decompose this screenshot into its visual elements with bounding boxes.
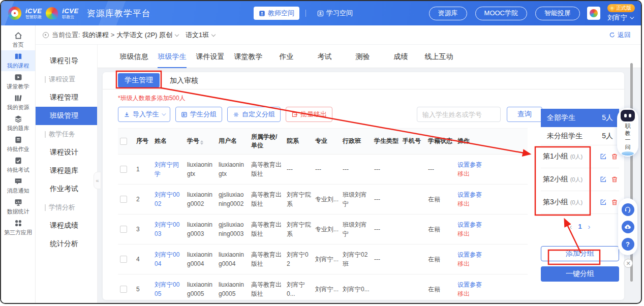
customer-service-button[interactable] <box>622 203 634 216</box>
next-page-button[interactable]: › <box>588 222 591 231</box>
my-courses-icon <box>14 52 23 61</box>
remove-link[interactable]: 移出 <box>457 229 526 238</box>
help-button[interactable]: ? <box>622 238 634 251</box>
remove-link[interactable]: 移出 <box>457 289 526 298</box>
avatar[interactable] <box>587 7 600 20</box>
course-menu-item[interactable]: 班级管理 <box>36 107 97 125</box>
left-rail-item[interactable]: 我的课程 <box>1 50 35 71</box>
edit-icon[interactable] <box>600 153 607 160</box>
delete-icon[interactable] <box>611 153 618 160</box>
cell-index: 4 <box>134 244 152 274</box>
sort-icon[interactable] <box>200 140 203 145</box>
row-checkbox[interactable] <box>120 256 127 263</box>
left-rail-item[interactable]: 我的资源 <box>1 92 35 113</box>
custom-group-button[interactable]: 自定义分组 <box>227 107 281 122</box>
row-checkbox[interactable] <box>120 196 127 203</box>
row-checkbox[interactable] <box>120 286 127 293</box>
cell-major: 刘宵宁... <box>313 274 341 300</box>
set-contest-link[interactable]: 设置参赛 <box>457 220 526 229</box>
tab[interactable]: 测验 <box>344 45 382 68</box>
row-checkbox[interactable] <box>120 166 127 173</box>
remove-link[interactable]: 移出 <box>457 259 526 268</box>
tab[interactable]: 班级学生 <box>153 45 191 68</box>
set-contest-link[interactable]: 设置参赛 <box>457 280 526 289</box>
student-name-link[interactable]: 刘宵宁0003 <box>155 221 179 237</box>
user-menu[interactable]: 刘宵宁 <box>607 13 633 22</box>
group-ungrouped-students[interactable]: 未分组学生5人 <box>541 127 619 145</box>
course-menu-item[interactable]: 统计分析 <box>36 235 97 253</box>
student-name-link[interactable]: 刘宵宁0005 <box>155 281 179 297</box>
student-name-link[interactable]: 刘宵宁0002 <box>155 191 179 207</box>
assistant-label: 职教一问 <box>625 123 631 150</box>
remove-link[interactable]: 移出 <box>457 199 526 208</box>
edit-icon[interactable] <box>600 199 607 206</box>
row-checkbox[interactable] <box>120 226 127 233</box>
left-rail-item[interactable]: 我的题库 <box>1 113 35 134</box>
tab[interactable]: 考试 <box>305 45 344 68</box>
course-menu-item[interactable]: 课程题库 <box>36 162 97 180</box>
tab[interactable]: 班级信息 <box>115 45 153 68</box>
learning-space-button[interactable]: 学习空间 <box>312 7 358 20</box>
edit-icon[interactable] <box>600 176 607 183</box>
select-all-checkbox[interactable] <box>120 138 127 145</box>
set-contest-link[interactable]: 设置参赛 <box>457 160 526 169</box>
set-contest-link[interactable]: 设置参赛 <box>457 190 526 199</box>
course-menu-item[interactable]: 课程引导 <box>36 52 97 70</box>
delete-icon[interactable] <box>611 176 618 183</box>
query-button[interactable]: 查询 <box>507 107 542 122</box>
course-menu-item[interactable]: 课程管理 <box>36 88 97 107</box>
group-students-button[interactable]: 学生分组 <box>175 107 222 122</box>
col-actions: 操作 <box>455 129 528 155</box>
header-pill-button[interactable]: 资源库 <box>429 7 467 20</box>
group-all-students[interactable]: 全部学生5人 <box>541 109 619 127</box>
assistant-widget[interactable]: 职教一问 <box>617 108 638 157</box>
group-row[interactable]: 第1小组 (0人) <box>541 145 619 168</box>
tab[interactable]: 成绩 <box>382 45 420 68</box>
tab[interactable]: 课堂教学 <box>229 45 267 68</box>
left-rail-item[interactable]: 第三方应用 <box>1 217 35 238</box>
col-index: 序号 <box>134 129 152 155</box>
breadcrumb-class-select[interactable]: 语文1班 <box>186 30 209 40</box>
delete-icon[interactable] <box>611 199 618 206</box>
add-group-button[interactable]: 添加分组 <box>541 246 619 261</box>
group-row[interactable]: 第2小组 (0人) <box>541 168 619 191</box>
close-rail-button[interactable]: ✕ <box>624 259 633 268</box>
header-pill-button[interactable]: 智能投屏 <box>535 7 580 20</box>
subtab-student-manage[interactable]: 学生管理 <box>118 73 160 87</box>
set-contest-link[interactable]: 设置参赛 <box>457 250 526 259</box>
subtab-join-audit[interactable]: 加入审核 <box>170 73 198 87</box>
student-name-link[interactable]: 刘宵宁同学 <box>155 161 179 177</box>
group-row[interactable]: 第3小组 (0人) <box>541 191 619 214</box>
col-student-no[interactable]: 学号 <box>185 129 217 155</box>
one-click-group-button[interactable]: 一键分组 <box>541 266 619 282</box>
tab[interactable]: 作业 <box>267 45 305 68</box>
student-name-link[interactable]: 刘宵宁0004 <box>155 251 179 267</box>
search-input[interactable] <box>417 107 501 122</box>
left-rail-item[interactable]: 首页 <box>1 29 35 50</box>
header-pill-button[interactable]: MOOC学院 <box>475 7 527 20</box>
course-menu-item[interactable]: 课程设计 <box>36 143 97 162</box>
col-major: 专业 <box>313 129 341 155</box>
tab[interactable]: 线上互动 <box>420 45 458 68</box>
course-menu-item[interactable]: 作业考试 <box>36 180 97 198</box>
left-rail-item[interactable]: 消息通知 <box>1 175 35 196</box>
cell-phone <box>401 214 426 244</box>
breadcrumb-root[interactable]: 我的课程 <box>82 30 109 40</box>
prev-page-button[interactable]: ‹ <box>569 222 572 231</box>
teacher-space-button[interactable]: 教师空间 <box>254 7 299 20</box>
left-rail-item[interactable]: 数据统计 <box>1 196 35 217</box>
remove-link[interactable]: 移出 <box>457 169 526 178</box>
menu-collapse-handle[interactable]: « <box>94 172 101 189</box>
table-row: 2 刘宵宁0002 liuxiaoning0002 gjsliuxiaoning… <box>118 184 528 214</box>
course-menu-item[interactable]: 课程成绩 <box>36 217 97 235</box>
left-rail-item[interactable]: 待批考试 <box>1 155 35 175</box>
left-rail-item[interactable]: 待批作业 <box>1 134 35 155</box>
page-number[interactable]: 1 <box>578 223 581 230</box>
batch-remove-button[interactable]: 批量移出 <box>286 107 332 122</box>
left-rail-item[interactable]: 课堂教学 <box>1 71 35 92</box>
download-center-button[interactable] <box>622 221 634 233</box>
tab[interactable]: 课件设置 <box>191 45 229 68</box>
back-button[interactable]: 返回 <box>609 30 631 40</box>
import-students-button[interactable]: 导入学生 <box>118 107 170 122</box>
breadcrumb-course-select[interactable]: 大学语文 (2P) 原创 <box>116 30 172 40</box>
